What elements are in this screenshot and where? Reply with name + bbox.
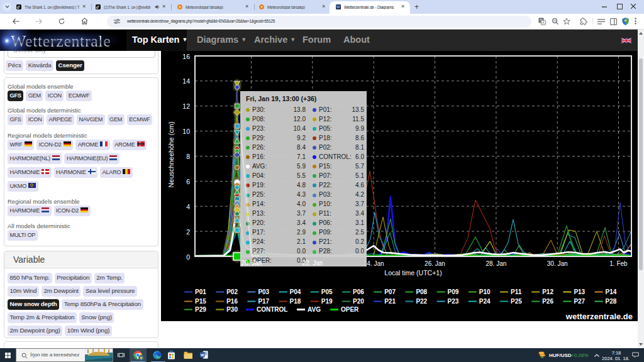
svg-text:P26: P26 bbox=[542, 298, 553, 305]
svg-text:P23: P23 bbox=[448, 298, 459, 305]
svg-text:1. Feb: 1. Feb bbox=[609, 260, 628, 267]
svg-text:P06: P06 bbox=[353, 288, 364, 295]
svg-text:P25: P25 bbox=[511, 298, 522, 305]
svg-text:P13: P13 bbox=[574, 288, 585, 295]
svg-text:P16: P16 bbox=[226, 298, 238, 305]
svg-text:Neuschneehöhe (cm): Neuschneehöhe (cm) bbox=[167, 121, 175, 187]
svg-text:P12: P12 bbox=[542, 288, 553, 295]
svg-text:P10: P10 bbox=[479, 288, 491, 295]
svg-text:P28: P28 bbox=[606, 298, 617, 305]
svg-text:P22: P22 bbox=[416, 298, 427, 305]
svg-text:A: A bbox=[542, 21, 545, 25]
svg-text:P03: P03 bbox=[258, 288, 269, 295]
svg-text:P30: P30 bbox=[226, 306, 238, 313]
svg-text:12: 12 bbox=[182, 102, 190, 110]
svg-text:P11: P11 bbox=[511, 288, 522, 295]
svg-text:6: 6 bbox=[186, 178, 190, 185]
svg-text:P19: P19 bbox=[321, 298, 333, 305]
svg-text:wetterzentrale.de: wetterzentrale.de bbox=[565, 312, 633, 321]
svg-text:16: 16 bbox=[182, 53, 190, 60]
svg-text:AVG: AVG bbox=[308, 306, 321, 313]
svg-text:28. Jan: 28. Jan bbox=[486, 260, 506, 267]
svg-text:P21: P21 bbox=[384, 298, 396, 305]
svg-text:10: 10 bbox=[182, 128, 190, 135]
svg-text:26. Jan: 26. Jan bbox=[425, 260, 445, 267]
svg-text:P20: P20 bbox=[353, 298, 364, 305]
svg-text:P18: P18 bbox=[290, 298, 301, 305]
svg-text:P17: P17 bbox=[258, 298, 269, 305]
svg-text:Local time (UTC+1): Local time (UTC+1) bbox=[384, 269, 441, 277]
svg-text:P05: P05 bbox=[321, 288, 333, 295]
svg-text:4: 4 bbox=[186, 203, 190, 211]
svg-text:P29: P29 bbox=[195, 306, 206, 313]
svg-text:W: W bbox=[201, 353, 204, 357]
svg-text:8: 8 bbox=[186, 153, 190, 160]
svg-text:30. Jan: 30. Jan bbox=[547, 260, 568, 267]
svg-text:P02: P02 bbox=[226, 288, 238, 295]
svg-text:P15: P15 bbox=[195, 298, 206, 305]
svg-text:OPER: OPER bbox=[341, 306, 359, 313]
svg-text:P27: P27 bbox=[574, 298, 585, 305]
svg-text:0: 0 bbox=[186, 253, 190, 261]
svg-text:P24: P24 bbox=[479, 298, 491, 305]
svg-text:P07: P07 bbox=[384, 288, 396, 295]
svg-text:P08: P08 bbox=[416, 288, 427, 295]
svg-text:14: 14 bbox=[182, 77, 190, 85]
svg-text:2: 2 bbox=[186, 228, 190, 236]
svg-text:P09: P09 bbox=[448, 288, 459, 295]
svg-text:P04: P04 bbox=[290, 288, 301, 295]
svg-text:CONTROL: CONTROL bbox=[257, 306, 287, 313]
svg-text:P01: P01 bbox=[195, 288, 206, 295]
svg-text:P14: P14 bbox=[606, 288, 617, 295]
